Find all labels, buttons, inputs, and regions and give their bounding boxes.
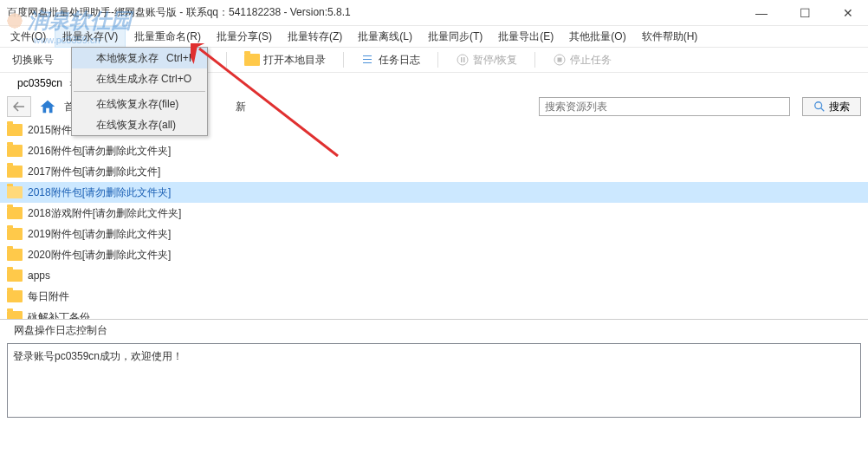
back-arrow-icon: [13, 101, 25, 112]
file-row[interactable]: apps: [0, 265, 868, 286]
file-list: 2015附件包 2016附件包[请勿删除此文件夹] 2017附件包[请勿删除此文…: [0, 120, 868, 319]
file-row[interactable]: 2016附件包[请勿删除此文件夹]: [0, 140, 868, 161]
task-log-button[interactable]: 任务日志: [356, 50, 425, 70]
folder-icon: [7, 290, 23, 302]
file-name: 2020附件包[请勿删除此文件夹]: [28, 248, 171, 263]
console-line: 登录账号pc0359cn成功，欢迎使用！: [13, 350, 183, 362]
dropdown-menu: 本地恢复永存 Ctrl+I 在线生成永存 Ctrl+O 在线恢复永存(file)…: [71, 47, 208, 136]
breadcrumb-account-label: pc0359cn: [17, 77, 62, 89]
search-button[interactable]: 搜索: [802, 97, 861, 116]
file-name: 2018游戏附件[请勿删除此文件夹]: [28, 206, 181, 221]
file-name: 2016附件包[请勿删除此文件夹]: [28, 144, 171, 159]
svg-rect-3: [363, 62, 372, 63]
svg-point-4: [457, 55, 468, 65]
stop-task-button[interactable]: 停止任务: [547, 50, 617, 70]
switch-account-button[interactable]: 切换账号: [7, 50, 59, 70]
dropdown-label: 在线生成永存: [96, 72, 159, 87]
stop-icon: [553, 53, 567, 67]
menu-file[interactable]: 文件(O): [3, 27, 53, 47]
svg-rect-2: [363, 59, 372, 60]
folder-icon: [7, 249, 23, 261]
task-log-label: 任务日志: [379, 53, 420, 68]
open-local-button[interactable]: 打开本地目录: [239, 50, 331, 70]
folder-icon: [7, 145, 23, 157]
nav-refresh-label: 新: [236, 100, 246, 114]
home-icon[interactable]: [38, 97, 57, 116]
back-button[interactable]: [7, 96, 31, 117]
menu-batch-save[interactable]: 批量永存(V): [55, 26, 126, 48]
search-icon: [813, 101, 826, 113]
menu-batch-offline[interactable]: 批量离线(L): [351, 27, 419, 47]
menu-batch-transfer[interactable]: 批量转存(Z): [281, 27, 349, 47]
file-row[interactable]: 2018附件包[请勿删除此文件夹]: [0, 182, 868, 203]
svg-point-9: [815, 102, 822, 109]
list-icon: [361, 53, 375, 67]
dropdown-label: 本地恢复永存: [96, 51, 159, 66]
close-button[interactable]: ✕: [835, 4, 861, 22]
file-row[interactable]: 砯解补丁各份: [0, 307, 868, 319]
file-row[interactable]: 2017附件包[请勿删除此文件]: [0, 161, 868, 182]
maximize-button[interactable]: ☐: [792, 4, 818, 22]
dropdown-shortcut: Ctrl+O: [161, 73, 191, 85]
folder-icon: [244, 54, 260, 66]
folder-icon: [7, 269, 23, 282]
folder-icon: [7, 207, 23, 219]
file-name: 砯解补丁各份: [28, 310, 90, 320]
file-name: 2017附件包[请勿删除此文件]: [28, 165, 160, 179]
titlebar: 百度网盘批量处理助手-绑网盘账号版 - 联系qq：541182238 - Ver…: [0, 0, 868, 26]
folder-open-icon: [7, 186, 23, 198]
dropdown-label: 在线恢复永存(all): [96, 118, 176, 133]
folder-icon: [7, 166, 23, 178]
window-title: 百度网盘批量处理助手-绑网盘账号版 - 联系qq：541182238 - Ver…: [7, 5, 748, 20]
file-name: 2018附件包[请勿删除此文件夹]: [28, 185, 171, 200]
pause-resume-button[interactable]: 暂停/恢复: [450, 50, 522, 70]
file-name: 2019附件包[请勿删除此文件夹]: [28, 227, 171, 242]
file-row[interactable]: 2019附件包[请勿删除此文件夹]: [0, 224, 868, 244]
menu-batch-export[interactable]: 批量导出(E): [491, 27, 560, 47]
dropdown-label: 在线恢复永存(file): [96, 97, 178, 112]
menu-help[interactable]: 软件帮助(H): [635, 27, 705, 47]
file-name: apps: [28, 269, 50, 282]
dropdown-item-online-restore-all[interactable]: 在线恢复永存(all): [72, 114, 207, 135]
dropdown-shortcut: Ctrl+I: [166, 52, 191, 64]
pause-icon: [456, 53, 470, 67]
file-name: 每日附件: [28, 289, 69, 304]
menu-batch-share[interactable]: 批量分享(S): [210, 27, 279, 47]
folder-icon: [7, 228, 23, 240]
file-row[interactable]: 2020附件包[请勿删除此文件夹]: [0, 244, 868, 265]
folder-icon: [7, 311, 23, 319]
minimize-button[interactable]: —: [748, 4, 774, 22]
dropdown-item-local-restore[interactable]: 本地恢复永存 Ctrl+I: [72, 48, 207, 68]
svg-rect-6: [463, 57, 465, 62]
svg-rect-1: [363, 55, 372, 56]
menu-other-batch[interactable]: 其他批量(O): [562, 27, 632, 47]
file-row[interactable]: 每日附件: [0, 286, 868, 307]
console-output: 登录账号pc0359cn成功，欢迎使用！: [7, 343, 861, 418]
file-row[interactable]: 2018游戏附件[请勿删除此文件夹]: [0, 203, 868, 224]
stop-task-label: 停止任务: [570, 53, 612, 68]
search-button-label: 搜索: [829, 100, 850, 114]
breadcrumb-account[interactable]: pc0359cn: [17, 77, 62, 89]
dropdown-item-online-restore-file[interactable]: 在线恢复永存(file): [72, 94, 207, 114]
dropdown-item-online-generate[interactable]: 在线生成永存 Ctrl+O: [72, 68, 207, 89]
open-local-label: 打开本地目录: [263, 53, 326, 68]
svg-rect-5: [461, 57, 463, 62]
menubar: 文件(O) 批量永存(V) 批量重命名(R) 批量分享(S) 批量转存(Z) 批…: [0, 26, 868, 47]
folder-icon: [7, 124, 23, 136]
console-label: 网盘操作日志控制台: [0, 319, 868, 341]
dropdown-separator: [74, 91, 205, 92]
svg-rect-8: [558, 58, 562, 62]
menu-batch-sync[interactable]: 批量同步(T): [421, 27, 489, 47]
menu-batch-rename[interactable]: 批量重命名(R): [127, 27, 208, 47]
svg-line-10: [821, 108, 825, 112]
search-input[interactable]: [539, 97, 790, 116]
pause-resume-label: 暂停/恢复: [473, 53, 517, 68]
switch-account-label: 切换账号: [12, 53, 54, 68]
